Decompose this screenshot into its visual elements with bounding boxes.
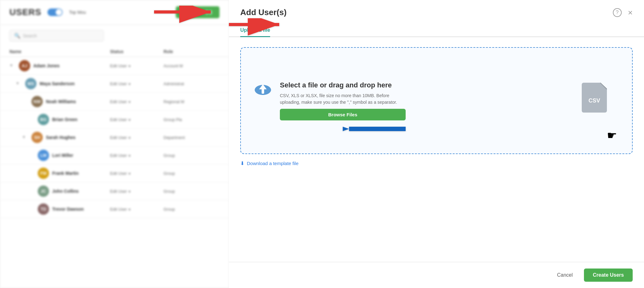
user-name: Adam Jones [33,63,59,68]
user-list: ▼ AJ Adam Jones Edit User ▼ Account M ▼ … [0,57,229,218]
row-role: Group [164,153,211,158]
bg-search-placeholder: Search [23,33,37,38]
expand-icon[interactable]: ▼ [16,81,21,86]
upload-drop-zone[interactable]: Select a file or drag and drop here CSV,… [240,47,633,154]
search-icon: 🔍 [14,33,20,39]
row-role: Administrat [164,81,211,86]
row-name-cell: ▼ SH Sarah Hughes [9,132,104,143]
table-row: BG Brian Green Edit User ▼ Group Pla [0,111,229,129]
user-name: Sarah Hughes [46,135,75,140]
user-name: Trevor Dawson [52,207,84,212]
modal-body: Select a file or drag and drop here CSV,… [229,37,644,262]
row-name-cell: ▼ AJ Adam Jones [9,60,104,71]
expand-icon[interactable]: ▼ [9,63,14,68]
red-arrow-add-user [154,6,223,25]
row-status: Edit User ▼ [110,135,157,140]
user-name: Lori Miller [52,153,73,158]
avatar: AJ [19,60,30,71]
table-row: ▼ SH Sarah Hughes Edit User ▼ Department [0,129,229,147]
expand-icon[interactable]: ▼ [22,135,27,140]
upload-icon-text: Select a file or drag and drop here CSV,… [253,81,406,120]
row-status: Edit User ▼ [110,153,157,158]
upload-heading: Select a file or drag and drop here [280,81,406,89]
avatar: JC [38,186,49,197]
avatar: LM [38,150,49,161]
upload-content: Select a file or drag and drop here CSV,… [253,81,619,120]
upload-cloud-icon [253,81,272,100]
row-name-cell: BG Brian Green [9,114,104,125]
bg-page-title: USERS [9,7,41,17]
avatar: MS [25,78,36,89]
close-icon[interactable]: × [628,8,633,17]
table-row: FM Frank Martin Edit User ▼ Group [0,164,229,182]
modal-title: Add User(s) [240,8,286,17]
row-name-cell: NW Noah Williams [9,96,104,107]
table-row: ▼ AJ Adam Jones Edit User ▼ Account M [0,57,229,75]
row-name-cell: JC John Collins [9,186,104,197]
create-users-button[interactable]: Create Users [584,269,633,282]
modal-footer: Cancel Create Users [229,262,644,288]
bg-toggle-label: Top Mou [69,10,86,15]
annotation-arrow-1 [154,6,223,25]
row-status: Edit User ▼ [110,207,157,212]
avatar: BG [38,114,49,125]
row-role: Group Pla [164,117,211,122]
user-name: Brian Green [52,117,77,122]
row-role: Group [164,189,211,194]
upload-subtext: CSV, XLS or XLSX, file size no more than… [280,92,406,106]
table-row: ▼ MS Maya Sanderson Edit User ▼ Administ… [0,75,229,93]
row-name-cell: FM Frank Martin [9,168,104,179]
user-name: Frank Martin [52,171,79,176]
table-row: NW Noah Williams Edit User ▼ Regional M [0,93,229,111]
avatar: NW [31,96,43,107]
col-status-header: Status [110,49,157,54]
row-status: Edit User ▼ [110,189,157,194]
row-name-cell: ▼ MS Maya Sanderson [9,78,104,89]
avatar: TD [38,203,49,215]
blue-arrow-browse-files [343,123,412,141]
row-status: Edit User ▼ [110,117,157,122]
row-status: Edit User ▼ [110,64,157,68]
browse-files-button[interactable]: Browse Files [280,109,406,120]
row-status: Edit User ▼ [110,81,157,86]
col-role-header: Role [164,49,211,54]
annotation-arrow-3 [343,123,412,141]
row-role: Department [164,135,211,140]
user-name: Noah Williams [46,99,76,104]
cancel-button[interactable]: Cancel [551,269,579,281]
background-panel: USERS Top Mou Add User(s) 🔍 Search Name … [0,0,229,288]
upload-text-block: Select a file or drag and drop here CSV,… [280,81,406,120]
bg-table-header: Name Status Role [0,47,229,57]
modal-header-icons: ? × [613,8,633,17]
row-role: Group [164,207,211,212]
table-row: TD Trevor Dawson Edit User ▼ Group [0,200,229,218]
help-icon[interactable]: ? [613,8,622,17]
row-name-cell: TD Trevor Dawson [9,203,104,215]
row-role: Group [164,171,211,176]
cursor-hand-icon: ☛ [607,129,617,142]
avatar: SH [31,132,43,143]
red-arrow-upload-tab [229,18,292,37]
table-row: LM Lori Miller Edit User ▼ Group [0,147,229,164]
bg-search-box: 🔍 Search [9,30,104,42]
user-name: Maya Sanderson [40,81,75,86]
row-name-cell: LM Lori Miller [9,150,104,161]
annotation-arrow-2 [229,18,292,37]
bg-search-area: 🔍 Search [0,25,229,47]
table-row: JC John Collins Edit User ▼ Group [0,182,229,200]
col-name-header: Name [9,49,104,54]
avatar: FM [38,168,49,179]
row-status: Edit User ▼ [110,171,157,176]
modal-header: Add User(s) ? × [229,0,644,17]
download-icon: ⬇ [240,160,244,166]
row-status: Edit User ▼ [110,99,157,104]
download-template-link[interactable]: ⬇ Download a template file [240,160,633,166]
csv-file-icon: CSV [582,83,607,113]
row-role: Regional M [164,99,211,104]
toggle-knob [56,9,62,15]
row-role: Account M [164,64,211,68]
modal-panel: Add User(s) ? × Upload a file [229,0,644,288]
user-name: John Collins [52,189,79,194]
bg-toggle [47,8,63,16]
